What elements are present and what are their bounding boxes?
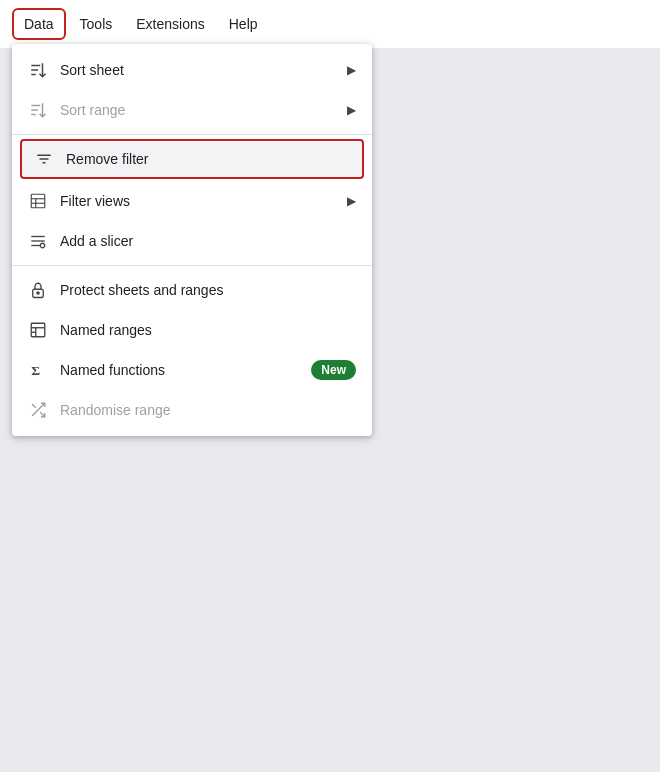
svg-line-23 <box>32 404 36 408</box>
named-functions-icon: Σ <box>28 360 48 380</box>
named-ranges-icon <box>28 320 48 340</box>
data-dropdown-menu: Sort sheet ▶ Sort range ▶ Remove filter <box>12 44 372 436</box>
add-slicer-icon <box>28 231 48 251</box>
sort-sheet-arrow: ▶ <box>347 63 356 77</box>
divider-1 <box>12 134 372 135</box>
divider-2 <box>12 265 372 266</box>
menu-item-protect-sheets[interactable]: Protect sheets and ranges <box>12 270 372 310</box>
sort-sheet-icon <box>28 60 48 80</box>
menu-item-add-slicer[interactable]: Add a slicer <box>12 221 372 261</box>
svg-rect-16 <box>31 323 45 337</box>
menu-item-named-ranges[interactable]: Named ranges <box>12 310 372 350</box>
menu-item-extensions[interactable]: Extensions <box>126 10 214 38</box>
menu-item-data[interactable]: Data <box>12 8 66 40</box>
svg-rect-6 <box>31 194 45 208</box>
sort-range-label: Sort range <box>60 102 335 118</box>
menu-item-sort-range: Sort range ▶ <box>12 90 372 130</box>
svg-point-13 <box>40 243 45 248</box>
filter-views-arrow: ▶ <box>347 194 356 208</box>
remove-filter-icon <box>34 149 54 169</box>
named-functions-label: Named functions <box>60 362 299 378</box>
protect-sheets-label: Protect sheets and ranges <box>60 282 356 298</box>
menu-item-randomise-range: Randomise range <box>12 390 372 430</box>
sort-range-arrow: ▶ <box>347 103 356 117</box>
randomise-range-label: Randomise range <box>60 402 356 418</box>
sort-range-icon <box>28 100 48 120</box>
menu-bar: Data Tools Extensions Help <box>0 0 660 48</box>
menu-item-sort-sheet[interactable]: Sort sheet ▶ <box>12 50 372 90</box>
menu-item-filter-views[interactable]: Filter views ▶ <box>12 181 372 221</box>
sort-sheet-label: Sort sheet <box>60 62 335 78</box>
named-ranges-label: Named ranges <box>60 322 356 338</box>
add-slicer-label: Add a slicer <box>60 233 356 249</box>
menu-item-remove-filter[interactable]: Remove filter <box>20 139 364 179</box>
menu-item-tools[interactable]: Tools <box>70 10 123 38</box>
remove-filter-label: Remove filter <box>66 151 350 167</box>
menu-item-named-functions[interactable]: Σ Named functions New <box>12 350 372 390</box>
svg-point-15 <box>37 292 39 294</box>
new-badge: New <box>311 360 356 380</box>
svg-text:Σ: Σ <box>31 363 40 378</box>
filter-views-icon <box>28 191 48 211</box>
filter-views-label: Filter views <box>60 193 335 209</box>
randomise-range-icon <box>28 400 48 420</box>
protect-sheets-icon <box>28 280 48 300</box>
menu-item-help[interactable]: Help <box>219 10 268 38</box>
